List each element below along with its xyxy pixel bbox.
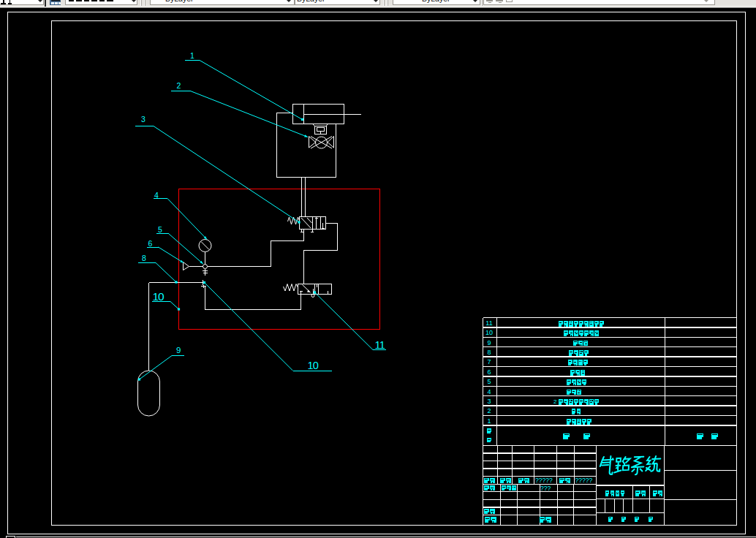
svg-text:2: 2 bbox=[553, 398, 557, 405]
svg-text:5: 5 bbox=[158, 225, 162, 234]
svg-text:8: 8 bbox=[142, 254, 146, 262]
svg-text:10: 10 bbox=[153, 290, 165, 303]
svg-text:1: 1 bbox=[190, 51, 194, 60]
svg-text:10: 10 bbox=[308, 360, 319, 371]
svg-text:6: 6 bbox=[487, 368, 491, 376]
svg-text:10: 10 bbox=[485, 329, 493, 336]
svg-text:8: 8 bbox=[487, 349, 491, 356]
svg-text:3: 3 bbox=[487, 398, 491, 405]
svg-text:5: 5 bbox=[487, 378, 491, 385]
svg-text:11: 11 bbox=[485, 319, 492, 327]
svg-text:7: 7 bbox=[487, 358, 491, 365]
svg-text:9: 9 bbox=[487, 339, 491, 346]
svg-text:1: 1 bbox=[487, 417, 491, 425]
svg-text:6: 6 bbox=[148, 239, 153, 248]
svg-text:9: 9 bbox=[176, 346, 181, 355]
svg-text:?????: ????? bbox=[535, 477, 553, 484]
svg-text:2: 2 bbox=[487, 407, 491, 414]
svg-text:4: 4 bbox=[154, 191, 159, 200]
svg-text:3: 3 bbox=[141, 115, 145, 124]
svg-text:?????: ????? bbox=[575, 477, 593, 484]
svg-text:11: 11 bbox=[375, 339, 385, 351]
svg-text:???: ??? bbox=[540, 485, 551, 492]
svg-text:2: 2 bbox=[177, 81, 181, 90]
svg-text:4: 4 bbox=[487, 388, 491, 395]
